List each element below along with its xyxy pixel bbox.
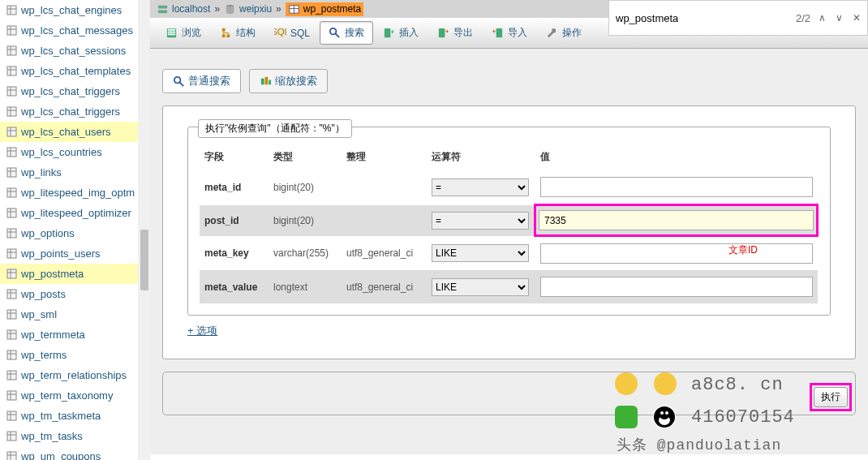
- tab-insert[interactable]: 插入: [374, 21, 428, 45]
- exec-button-highlight: 执行: [810, 383, 852, 411]
- table-label: wp_lcs_chat_users: [21, 126, 111, 138]
- value-input-meta_id[interactable]: [540, 177, 813, 197]
- sidebar-item-wp_postmeta[interactable]: wp_postmeta: [0, 264, 150, 284]
- sidebar-item-wp_tm_tasks[interactable]: wp_tm_tasks: [0, 426, 150, 446]
- search-tab-zoom[interactable]: 缩放搜索: [249, 69, 328, 93]
- bottom-panel: 执行: [162, 372, 856, 415]
- sidebar-item-wp_lcs_chat_templates[interactable]: wp_lcs_chat_templates: [0, 61, 150, 81]
- col-header-collation: 整理: [342, 144, 427, 170]
- svg-rect-42: [7, 290, 16, 299]
- sidebar-item-wp_lcs_chat_triggers[interactable]: wp_lcs_chat_triggers: [0, 101, 150, 122]
- table-icon: [6, 431, 17, 441]
- svg-rect-33: [7, 229, 16, 238]
- table-label: wp_term_relationships: [21, 369, 127, 381]
- table-icon: [6, 187, 17, 198]
- sidebar-item-wp_lcs_chat_sessions[interactable]: wp_lcs_chat_sessions: [0, 41, 150, 61]
- sidebar-item-wp_posts[interactable]: wp_posts: [0, 284, 150, 304]
- field-name: meta_key: [200, 236, 269, 271]
- sidebar-item-wp_term_taxonomy[interactable]: wp_term_taxonomy: [0, 385, 150, 406]
- server-icon: [157, 3, 169, 15]
- svg-rect-18: [7, 127, 16, 136]
- search-panel: 执行"依例查询"（通配符："%"） 字段 类型 整理 运算符 值 meta_id…: [162, 105, 856, 359]
- value-input-meta_value[interactable]: [540, 277, 813, 297]
- operator-select-post_id[interactable]: =: [432, 212, 529, 230]
- table-icon: [6, 86, 17, 97]
- table-icon: [288, 3, 300, 15]
- sidebar-item-wp_termmeta[interactable]: wp_termmeta: [0, 325, 150, 345]
- row-post_id: post_idbigint(20)=: [200, 205, 818, 236]
- sidebar-item-wp_lcs_chat_users[interactable]: wp_lcs_chat_users: [0, 122, 150, 142]
- svg-rect-60: [7, 411, 16, 420]
- find-prev-icon[interactable]: ∧: [819, 12, 826, 24]
- svg-rect-21: [7, 148, 16, 157]
- field-collation: utf8_general_ci: [342, 270, 427, 303]
- value-input-meta_key[interactable]: [540, 243, 813, 264]
- svg-rect-15: [7, 107, 16, 116]
- operator-select-meta_id[interactable]: =: [432, 178, 529, 196]
- sidebar-item-wp_litespeed_optimizer[interactable]: wp_litespeed_optimizer: [0, 203, 150, 223]
- table-label: wp_tm_taskmeta: [21, 410, 101, 422]
- find-next-icon[interactable]: ∨: [836, 12, 843, 24]
- sidebar-item-wp_tm_taskmeta[interactable]: wp_tm_taskmeta: [0, 406, 150, 426]
- tab-structure[interactable]: 结构: [211, 21, 264, 45]
- field-collation: [342, 170, 427, 205]
- svg-rect-77: [168, 32, 175, 33]
- col-header-type: 类型: [269, 144, 342, 170]
- sidebar-item-wp_points_users[interactable]: wp_points_users: [0, 243, 150, 264]
- operator-select-meta_value[interactable]: LIKE: [432, 278, 529, 296]
- breadcrumb-sep: »: [214, 3, 220, 15]
- tab-operations[interactable]: 操作: [537, 21, 591, 45]
- table-icon: [6, 289, 17, 299]
- sidebar-item-wp_sml[interactable]: wp_sml: [0, 304, 150, 325]
- options-link[interactable]: + 选项: [187, 324, 217, 338]
- sidebar-item-wp_terms[interactable]: wp_terms: [0, 345, 150, 365]
- svg-rect-36: [7, 249, 16, 258]
- fieldset-legend: 执行"依例查询"（通配符："%"）: [198, 119, 352, 138]
- sidebar-item-wp_lcs_chat_triggers[interactable]: wp_lcs_chat_triggers: [0, 81, 150, 101]
- structure-icon: [220, 27, 232, 39]
- table-label: wp_points_users: [21, 247, 101, 260]
- table-label: wp_um_coupons: [21, 450, 101, 460]
- tab-browse[interactable]: 浏览: [157, 21, 210, 45]
- tab-import[interactable]: 导入: [483, 21, 536, 45]
- value-input-post_id[interactable]: [539, 210, 814, 230]
- tab-export[interactable]: 导出: [428, 21, 482, 45]
- svg-line-92: [179, 82, 183, 86]
- sql-icon: SQL: [274, 27, 286, 39]
- sidebar-item-wp_litespeed_img_optm[interactable]: wp_litespeed_img_optm: [0, 183, 150, 203]
- sidebar-item-wp_lcs_countries[interactable]: wp_lcs_countries: [0, 142, 150, 162]
- database-icon: [224, 3, 236, 15]
- find-close-icon[interactable]: ✕: [853, 12, 861, 24]
- field-collation: utf8_general_ci: [342, 236, 427, 271]
- operator-select-meta_key[interactable]: LIKE: [432, 244, 529, 262]
- search-tab-normal[interactable]: 普通搜索: [162, 69, 241, 93]
- table-label: wp_posts: [21, 288, 66, 300]
- svg-point-98: [659, 408, 670, 419]
- sidebar-item-wp_options[interactable]: wp_options: [0, 223, 150, 243]
- sidebar-item-wp_term_relationships[interactable]: wp_term_relationships: [0, 365, 150, 385]
- qq-icon: [653, 406, 676, 428]
- table-label: wp_lcs_countries: [21, 146, 102, 158]
- sidebar-item-wp_links[interactable]: wp_links: [0, 162, 150, 183]
- sidebar-thumb[interactable]: [140, 230, 148, 290]
- search-icon: [329, 27, 341, 39]
- table-label: wp_litespeed_img_optm: [21, 187, 135, 199]
- breadcrumb-server[interactable]: localhost: [157, 3, 210, 15]
- table-icon: [6, 5, 17, 15]
- execute-button[interactable]: 执行: [814, 387, 848, 407]
- table-icon: [6, 167, 17, 178]
- sidebar-item-wp_lcs_chat_engines[interactable]: wp_lcs_chat_engines: [0, 0, 150, 20]
- sidebar-scrollbar[interactable]: [138, 0, 150, 460]
- search-fieldset: 执行"依例查询"（通配符："%"） 字段 类型 整理 运算符 值 meta_id…: [187, 127, 831, 316]
- breadcrumb-database[interactable]: weipxiu: [224, 3, 272, 15]
- breadcrumb-table[interactable]: wp_postmeta: [286, 2, 363, 16]
- field-type: bigint(20): [269, 205, 342, 236]
- sidebar-item-wp_um_coupons[interactable]: wp_um_coupons: [0, 446, 150, 460]
- tab-sql[interactable]: SQLSQL: [265, 22, 319, 44]
- find-bar: 2/2 ∧ ∨ ✕: [608, 0, 868, 36]
- sidebar-item-wp_lcs_chat_messages[interactable]: wp_lcs_chat_messages: [0, 20, 150, 41]
- find-input[interactable]: [616, 12, 788, 24]
- tab-search[interactable]: 搜索: [320, 21, 373, 45]
- svg-rect-57: [7, 391, 16, 400]
- breadcrumb-sep: »: [276, 3, 281, 15]
